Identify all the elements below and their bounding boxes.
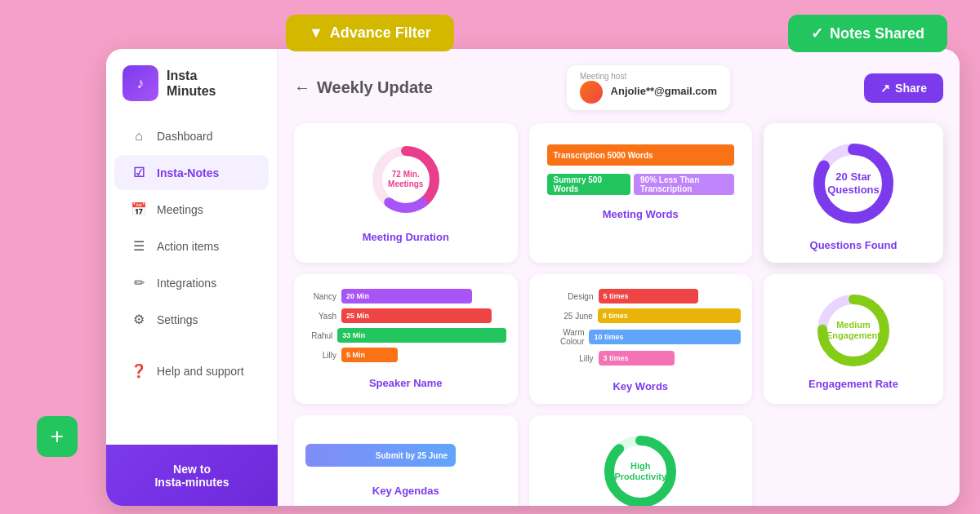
charts-grid: 72 Min.Meetings Meeting Duration Transcr… [294, 123, 943, 506]
summary-bar: Summry 500 Words [547, 174, 631, 195]
kw-lilly-row: Lilly 3 times [541, 351, 742, 366]
logo-text: Insta Minutes [167, 68, 216, 99]
questions-found-card: 20 StarQuestions Questions Found [764, 123, 943, 263]
back-arrow[interactable]: ← [294, 78, 310, 97]
home-icon: ⌂ [131, 129, 147, 144]
meeting-words-chart: Transcription 5000 Words Summry 500 Word… [541, 135, 742, 202]
notes-shared-button[interactable]: ✓ Notes Shared [788, 15, 947, 52]
sidebar-item-integrations[interactable]: ✏ Integrations [114, 265, 269, 300]
page-title-area: ← Weekly Update [294, 78, 433, 97]
meetings-label: Meetings [157, 203, 203, 216]
less-transcription-bar: 90% Less Than Transcription [634, 174, 734, 195]
promo-card: New to Insta-minutes [106, 445, 278, 506]
advance-filter-label: Advance Filter [330, 24, 431, 42]
notes-icon: ☑ [131, 165, 147, 180]
sidebar: ♪ Insta Minutes ⌂ Dashboard ☑ Insta-Note… [106, 49, 278, 506]
engagement-rate-title: Engagement Rate [775, 378, 932, 390]
questions-donut-label: 20 StarQuestions [827, 171, 880, 196]
kw-warm-row: Warm Colour 10 times [541, 328, 742, 346]
share-label: Share [895, 82, 927, 95]
share-button[interactable]: ↗ Share [864, 73, 943, 103]
check-icon: ✓ [811, 24, 823, 42]
sidebar-item-meetings[interactable]: 📅 Meetings [114, 192, 269, 227]
help-label: Help and support [157, 365, 244, 378]
meeting-host-box: Meeting host Anjolie**@gmail.com [567, 65, 730, 110]
meeting-duration-title: Meeting Duration [305, 231, 506, 243]
dashboard-label: Dashboard [157, 130, 213, 143]
action-items-label: Action items [157, 240, 219, 253]
settings-label: Settings [157, 313, 198, 326]
speaker-name-card: Nancy 20 Min Yash 25 Min Rahul 33 Min Li… [294, 274, 518, 404]
page-title: Weekly Update [317, 78, 433, 97]
speaker-rahul-row: Rahul 33 Min [305, 328, 506, 343]
engagement-rate-card: MediumEngagement Engagement Rate [764, 274, 943, 404]
share-icon: ↗ [880, 82, 890, 95]
productivity-donut: HighProductivity [599, 431, 681, 506]
engagement-donut: MediumEngagement [813, 290, 894, 371]
kw-design-row: Design 5 times [541, 289, 742, 304]
speaker-lilly-row: Lilly 5 Min [305, 348, 506, 362]
sidebar-item-dashboard[interactable]: ⌂ Dashboard [114, 119, 269, 153]
sidebar-item-settings[interactable]: ⚙ Settings [114, 302, 269, 337]
host-label-text: Meeting host Anjolie**@gmail.com [580, 72, 717, 104]
speaker-name-title: Speaker Name [305, 377, 506, 389]
sidebar-item-help[interactable]: ❓ Help and support [114, 353, 269, 388]
insta-notes-label: Insta-Notes [157, 166, 219, 179]
transcription-bar: Transcription 5000 Words [547, 144, 735, 166]
speaker-yash-row: Yash 25 Min [305, 308, 506, 323]
keyword-bars: Design 5 times 25 June 8 times Warm Colo… [541, 286, 742, 374]
productivity-donut-label: HighProductivity [614, 461, 666, 482]
advance-filter-button[interactable]: ▼ Advance Filter [286, 15, 454, 51]
list-icon: ☰ [131, 238, 147, 254]
host-email: Anjolie**@gmail.com [611, 85, 717, 97]
questions-found-title: Questions Found [810, 239, 898, 251]
productivity-rate-card: HighProductivity Productivity Rate [529, 415, 753, 506]
integrations-label: Integrations [157, 277, 216, 290]
questions-donut: 20 StarQuestions [808, 139, 898, 228]
notes-shared-label: Notes Shared [830, 25, 924, 42]
meeting-words-title: Meeting Words [541, 208, 742, 220]
engagement-donut-label: MediumEngagement [826, 320, 880, 341]
integrations-icon: ✏ [131, 275, 147, 290]
meeting-duration-label: 72 Min.Meetings [388, 170, 423, 189]
keywords-title: Key Words [541, 380, 742, 392]
logo-area: ♪ Insta Minutes [106, 65, 277, 117]
sidebar-item-action-items[interactable]: ☰ Action items [114, 228, 269, 264]
keywords-card: Design 5 times 25 June 8 times Warm Colo… [529, 274, 753, 404]
gear-icon: ⚙ [131, 312, 147, 327]
add-button[interactable]: + [37, 416, 78, 457]
calendar-icon: 📅 [131, 202, 147, 217]
sidebar-item-insta-notes[interactable]: ☑ Insta-Notes [114, 155, 269, 190]
logo-icon: ♪ [122, 65, 158, 101]
speaker-nancy-row: Nancy 20 Min [305, 289, 506, 304]
content-header: ← Weekly Update Meeting host Anjolie**@g… [294, 65, 943, 110]
main-card: ♪ Insta Minutes ⌂ Dashboard ☑ Insta-Note… [106, 49, 960, 506]
meeting-duration-donut: 72 Min.Meetings [305, 135, 506, 224]
speaker-bars: Nancy 20 Min Yash 25 Min Rahul 33 Min Li… [305, 286, 506, 370]
kw-june-row: 25 June 8 times [541, 308, 742, 323]
meeting-duration-card: 72 Min.Meetings Meeting Duration [294, 123, 518, 263]
help-icon: ❓ [131, 363, 147, 379]
key-agendas-title: Key Agendas [305, 485, 506, 497]
key-agendas-card: Submit by 25 June Key Agendas [294, 415, 518, 506]
meeting-words-card: Transcription 5000 Words Summry 500 Word… [529, 123, 753, 263]
agenda-bar: Submit by 25 June [305, 444, 456, 467]
filter-icon: ▼ [309, 24, 323, 42]
agenda-content: Submit by 25 June [305, 427, 506, 478]
content-area: ← Weekly Update Meeting host Anjolie**@g… [278, 49, 960, 506]
